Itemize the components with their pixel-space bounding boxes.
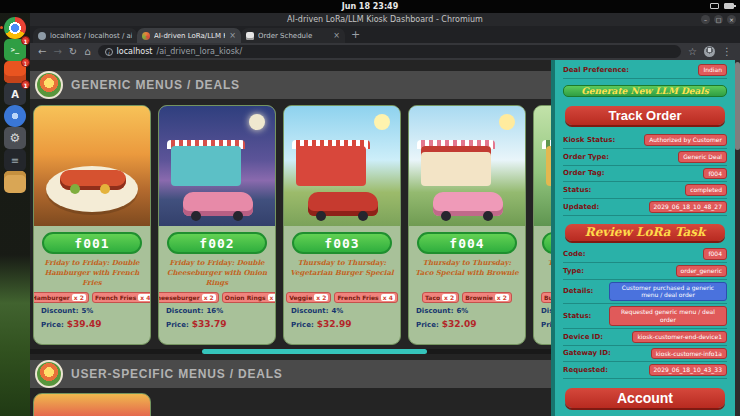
dock-item-editor[interactable]: A 1 <box>4 83 26 105</box>
window-title-bar: AI-driven LoRa/LLM Kiosk Dashboard - Chr… <box>30 13 740 26</box>
app-icon: ⚙ <box>10 131 21 145</box>
tab-close-icon[interactable]: × <box>229 31 236 40</box>
dock-item-folder[interactable] <box>4 171 26 193</box>
account-button[interactable]: Account <box>565 388 725 408</box>
art-building <box>421 146 491 186</box>
tab-label: localhost / localhost / ai <box>50 32 132 40</box>
deal-description: Friday to Friday: Double Hamburger with … <box>39 258 145 290</box>
horizontal-scrollbar-thumb[interactable] <box>202 349 427 354</box>
row-value: kiosk-customer-info1a <box>651 348 727 360</box>
site-info-icon[interactable]: i <box>105 48 113 56</box>
page-content: GENERIC MENUS / DEALS f001 Friday to Fri… <box>30 60 740 416</box>
browser-tab[interactable]: AI-driven LoRa/LLM Kios × <box>137 28 241 43</box>
deal-description: Friday to Friday: Double Cheeseburger wi… <box>164 258 270 290</box>
discount-value: 5% <box>81 307 93 315</box>
dock-item-app-dark[interactable]: ≡ <box>4 149 26 171</box>
home-icon[interactable]: ⌂ <box>84 47 90 57</box>
info-row: Order Type: Generic Deal <box>563 149 727 166</box>
deal-tags: Veggiex 2French Friesx 4 <box>286 292 398 303</box>
item-tag: Cheeseburgerx 2 <box>158 292 219 303</box>
deal-description: Thursday to Thursday: Vegetarian Burger … <box>289 258 395 290</box>
lora-task-rows: Code: f004 Type: order_generic Details: … <box>563 246 727 379</box>
section-title: GENERIC MENUS / DEALS <box>71 78 240 92</box>
art-wheel <box>191 211 201 221</box>
price-value: $39.49 <box>67 319 102 329</box>
deal-card-row: f001 Friday to Friday: Double Hamburger … <box>33 105 551 345</box>
item-tag: French Friesx 4 <box>334 292 397 303</box>
tab-label: Order Schedule <box>258 32 329 40</box>
info-row: Updated: 2029_06_18_10_48_27 <box>563 199 727 216</box>
row-value: Requested generic menu / deal order <box>609 306 727 326</box>
tab-strip-tabs: localhost / localhost / ai AI-driven LoR… <box>33 28 345 43</box>
notification-badge: 1 <box>21 80 30 89</box>
deal-code-button[interactable]: f002 <box>167 232 267 254</box>
display-icon <box>710 3 719 9</box>
reload-icon[interactable]: ↻ <box>69 47 77 57</box>
deal-code-button[interactable]: f004 <box>417 232 517 254</box>
item-tag: Hamburgerx 2 <box>33 292 89 303</box>
row-label: Order Tag: <box>563 169 604 177</box>
item-tag: Browniex 2 <box>462 292 512 303</box>
item-tag: Onion Ringsx 4 <box>222 292 276 303</box>
row-value: kiosk-customer-end-device1 <box>632 331 727 343</box>
price-label: Price: <box>41 321 64 329</box>
deal-card[interactable]: f005 Thursday to Thursday: Burrito Speci… <box>533 105 551 345</box>
price-value: $32.99 <box>317 319 352 329</box>
discount-label: Discount: <box>41 307 78 315</box>
art-building <box>171 146 241 186</box>
bookmark-star-icon[interactable]: ☆ <box>688 47 697 57</box>
tab-strip: localhost / localhost / ai AI-driven LoR… <box>30 26 740 43</box>
item-tag: Burritox 2 <box>541 292 551 303</box>
browser-tab[interactable]: Order Schedule × <box>241 28 345 43</box>
info-row: Status: completed <box>563 182 727 199</box>
deal-card[interactable]: f001 Friday to Friday: Double Hamburger … <box>33 105 151 345</box>
tab-label: AI-driven LoRa/LLM Kios <box>154 32 225 40</box>
browser-tab[interactable]: localhost / localhost / ai <box>33 28 137 43</box>
deal-code-button[interactable]: f001 <box>42 232 142 254</box>
info-row: Type: order_generic <box>563 263 727 280</box>
row-label: Type: <box>563 267 584 275</box>
address-bar[interactable]: i localhost/ai_driven_lora_kiosk/ <box>98 45 682 58</box>
discount-value: 4% <box>331 307 343 315</box>
window-title: AI-driven LoRa/LLM Kiosk Dashboard - Chr… <box>287 15 483 24</box>
vertical-scrollbar <box>735 60 740 416</box>
food-sticker-icon <box>35 71 63 99</box>
generate-deals-button[interactable]: Generate New LLM Deals <box>563 85 727 98</box>
new-tab-button[interactable]: + <box>351 28 360 41</box>
card-illustration <box>34 106 150 226</box>
deal-card[interactable]: f002 Friday to Friday: Double Cheeseburg… <box>158 105 276 345</box>
deal-tags: Cheeseburgerx 2Onion Ringsx 4 <box>158 292 276 303</box>
close-button[interactable]: × <box>727 15 736 24</box>
vertical-scrollbar-thumb[interactable] <box>735 62 740 150</box>
forward-icon[interactable]: → <box>53 47 61 57</box>
card-illustration <box>159 106 275 226</box>
notification-badge: 1 <box>21 36 30 45</box>
track-order-button[interactable]: Track Order <box>565 106 725 124</box>
notification-badge: 1 <box>21 58 30 67</box>
section-header-user-specific: USER-SPECIFIC MENUS / DEALS <box>30 360 551 388</box>
maximize-button[interactable]: □ <box>714 15 723 24</box>
tab-close-icon[interactable]: × <box>333 31 340 40</box>
deal-card[interactable]: f003 Thursday to Thursday: Vegetarian Bu… <box>283 105 401 345</box>
dock-items: >_ 1 1 A 1 ⚙ ≡ <box>4 17 26 193</box>
deal-code-button[interactable]: f003 <box>292 232 392 254</box>
section-title: USER-SPECIFIC MENUS / DEALS <box>71 367 283 381</box>
kiosk-control-panel: Deal Preference: Indian Generate New LLM… <box>551 60 735 416</box>
tab-favicon <box>142 32 150 40</box>
art-sun <box>249 114 265 130</box>
review-lora-task-button[interactable]: Review LoRa Task <box>565 224 725 241</box>
dock-item-app-blue[interactable] <box>4 105 26 127</box>
art-sun <box>374 114 390 130</box>
horizontal-scrollbar <box>30 349 551 354</box>
profile-avatar-icon[interactable] <box>704 46 715 57</box>
dock-item-settings[interactable]: ⚙ <box>4 127 26 149</box>
deal-description: Thursday to Thursday: Burrito Special wi… <box>539 258 551 290</box>
deal-card-partial[interactable] <box>33 393 151 416</box>
minimize-button[interactable]: – <box>701 15 710 24</box>
deal-code-button[interactable]: f005 <box>542 232 551 254</box>
discount-label: Discount: <box>291 307 328 315</box>
deal-card[interactable]: f004 Thursday to Thursday: Taco Special … <box>408 105 526 345</box>
back-icon[interactable]: ← <box>38 47 46 57</box>
menu-kebab-icon[interactable]: ⋮ <box>722 47 732 57</box>
window-controls: – □ × <box>701 15 736 24</box>
